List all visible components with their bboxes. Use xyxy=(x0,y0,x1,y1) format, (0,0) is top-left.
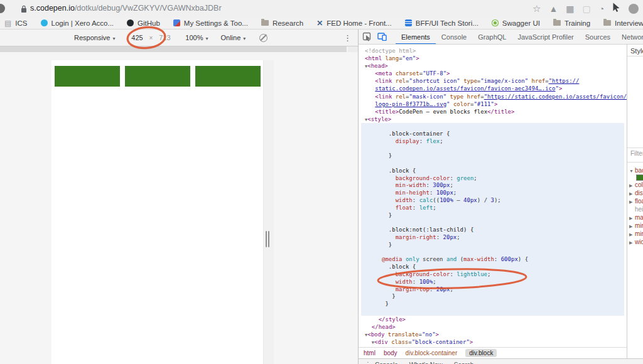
device-toolbar-toggle-icon[interactable] xyxy=(377,33,387,41)
folder-icon xyxy=(261,20,269,26)
extension-dim-icon[interactable]: ▢ xyxy=(583,4,591,13)
drawer-tab-search[interactable]: Search xyxy=(454,361,474,364)
device-ruler-corner xyxy=(348,46,358,52)
drawer-tab-console[interactable]: Console xyxy=(375,361,398,364)
devtools-drawer: ConsoleWhat's NewSearch xyxy=(359,358,643,364)
resize-track xyxy=(263,60,274,364)
computed-property-name: height xyxy=(635,206,643,213)
browser-toolbar: s.codepen.io/dotku/debug/VwZGKYV/VGAWNxb… xyxy=(0,0,643,17)
lock-icon[interactable] xyxy=(21,4,27,16)
bookmark-item[interactable]: My Settings & Too... xyxy=(173,19,248,27)
zoom-label: 100% xyxy=(185,34,203,41)
code-line: logo-pin-8f3771b….svg" color="#111"> xyxy=(365,100,624,108)
bookmark-item[interactable]: BFF/UI Tech Stori... xyxy=(405,19,478,27)
extensions-icon[interactable]: ▦ xyxy=(566,4,574,13)
computed-filter-input[interactable]: Filter xyxy=(630,150,643,157)
breadcrumb-div-block[interactable]: div.block xyxy=(465,349,497,357)
code-line: <link rel="shortcut icon" type="image/x-… xyxy=(365,77,624,85)
breadcrumb-body[interactable]: body xyxy=(384,350,397,356)
url-host: s.codepen.io xyxy=(30,4,75,13)
code-line: display: flex; xyxy=(382,138,624,146)
code-line xyxy=(382,219,624,227)
device-toolbar-menu-icon[interactable] xyxy=(343,33,352,43)
bookmark-item[interactable]: Interview xyxy=(603,19,643,27)
fed-icon: ✕ xyxy=(316,19,323,27)
bookmarks-bar: ▤ICSLogin | Xero Acco...GitHubMy Setting… xyxy=(0,17,643,29)
bookmark-label: Training xyxy=(565,19,590,27)
breadcrumb-div-block-container[interactable]: div.block-container xyxy=(406,350,458,356)
rendered-page-viewport[interactable] xyxy=(51,60,263,364)
style-tag-content[interactable]: .block-container { display: flex; } .blo… xyxy=(361,123,624,316)
no-throttling-icon[interactable] xyxy=(259,34,267,42)
device-height-input[interactable] xyxy=(155,34,174,41)
sidebar-tab-styles[interactable]: Styles xyxy=(627,45,643,56)
computed-property-row[interactable]: ▶color xyxy=(629,181,643,189)
devtools-tab-sources[interactable]: Sources xyxy=(580,29,616,45)
code-line: } xyxy=(382,153,624,160)
device-width-input[interactable] xyxy=(128,34,147,41)
computed-property-row[interactable]: ▶float xyxy=(629,197,643,205)
code-line: </style> xyxy=(365,316,624,323)
bookmark-label: ICS xyxy=(15,19,27,27)
bookmark-item[interactable]: Training xyxy=(553,19,590,27)
computed-property-name: float xyxy=(635,198,643,205)
xero-icon xyxy=(41,19,48,26)
cursor-icon[interactable] xyxy=(612,3,620,15)
drawer-tab-what-s-new[interactable]: What's New xyxy=(409,361,443,364)
devtools-tab-console[interactable]: Console xyxy=(436,29,472,45)
star-icon[interactable]: ☆ xyxy=(532,4,541,13)
avatar-icon[interactable] xyxy=(629,4,639,14)
timer-icon[interactable]: ◔ xyxy=(599,4,604,13)
computed-property-row[interactable]: ▶margin xyxy=(629,213,643,222)
bookmark-item[interactable]: GitHub xyxy=(127,19,160,27)
bookmark-label: BFF/UI Tech Stori... xyxy=(416,19,478,27)
code-line: ▼<style> xyxy=(365,115,624,123)
inspect-element-icon[interactable] xyxy=(362,32,372,41)
devtools-tab-elements[interactable]: Elements xyxy=(396,29,436,45)
code-line xyxy=(382,249,624,257)
code-line: <link rel="mask-icon" type href="https:/… xyxy=(365,93,624,100)
bookmark-item[interactable]: Research xyxy=(261,19,303,27)
computed-property-row[interactable]: ▶width xyxy=(629,238,643,246)
devtools-tab-javascript-profiler[interactable]: JavaScript Profiler xyxy=(512,29,579,45)
bookmark-label: GitHub xyxy=(138,19,160,27)
device-toolbar: Responsive × 100% Online xyxy=(0,29,358,46)
chevron-right-icon[interactable]: ▶ xyxy=(629,238,635,247)
device-ruler xyxy=(0,46,347,52)
computed-property-name: display xyxy=(635,190,643,196)
code-line: } xyxy=(382,301,624,308)
bookmark-item[interactable]: ▤ICS xyxy=(4,19,28,27)
bookmark-item[interactable]: Login | Xero Acco... xyxy=(41,19,114,27)
drive-icon[interactable]: ▲ xyxy=(549,4,558,13)
computed-property-row[interactable]: height xyxy=(629,205,643,213)
dom-tree-body[interactable]: </style> </head>▼<body translate="no"> ▼… xyxy=(365,316,624,346)
bookmark-item[interactable]: ✕FED Home - Front... xyxy=(316,19,392,27)
grid-icon: ▤ xyxy=(4,19,11,27)
code-line: <html lang="en"> xyxy=(365,55,624,62)
computed-property-row[interactable]: ▶display xyxy=(629,189,643,197)
devtools-tab-graphql[interactable]: GraphQL xyxy=(472,29,512,45)
code-line: width: calc((100% – 40px) / 3); xyxy=(382,197,624,205)
bookmark-label: FED Home - Front... xyxy=(327,19,392,27)
viewport-resize-handle[interactable] xyxy=(266,231,267,247)
address-bar[interactable]: s.codepen.io/dotku/debug/VwZGKYV/VGAWNxb… xyxy=(30,4,222,13)
code-line: .block-container { xyxy=(382,131,624,138)
computed-property-row[interactable]: ▶min-height xyxy=(629,222,643,230)
bookmark-item[interactable]: Swagger UI xyxy=(492,19,540,27)
dom-breadcrumbs: htmlbodydiv.block-containerdiv.block xyxy=(359,347,627,358)
devtools-toolbar: ElementsConsoleGraphQLJavaScript Profile… xyxy=(359,29,643,45)
bff-icon xyxy=(405,19,412,26)
computed-property-row[interactable]: ▶min-width xyxy=(629,230,643,238)
code-line: margin-right: 20px; xyxy=(382,234,624,242)
breadcrumb-html[interactable]: html xyxy=(364,350,376,356)
color-swatch-row xyxy=(629,174,643,181)
network-label: Online xyxy=(221,34,241,41)
zoom-dropdown[interactable]: 100% xyxy=(185,34,208,41)
dom-tree-head[interactable]: <!doctype html><html lang="en">▼<head> <… xyxy=(365,47,624,123)
code-line: ▼<div class="block-container"> xyxy=(365,338,624,346)
device-type-dropdown[interactable]: Responsive xyxy=(74,34,116,41)
computed-property-row[interactable]: ▼background-color xyxy=(629,166,643,174)
devtools-tab-network[interactable]: Network xyxy=(616,29,643,45)
code-line: <!doctype html> xyxy=(365,47,624,55)
throttling-dropdown[interactable]: Online xyxy=(221,34,246,41)
